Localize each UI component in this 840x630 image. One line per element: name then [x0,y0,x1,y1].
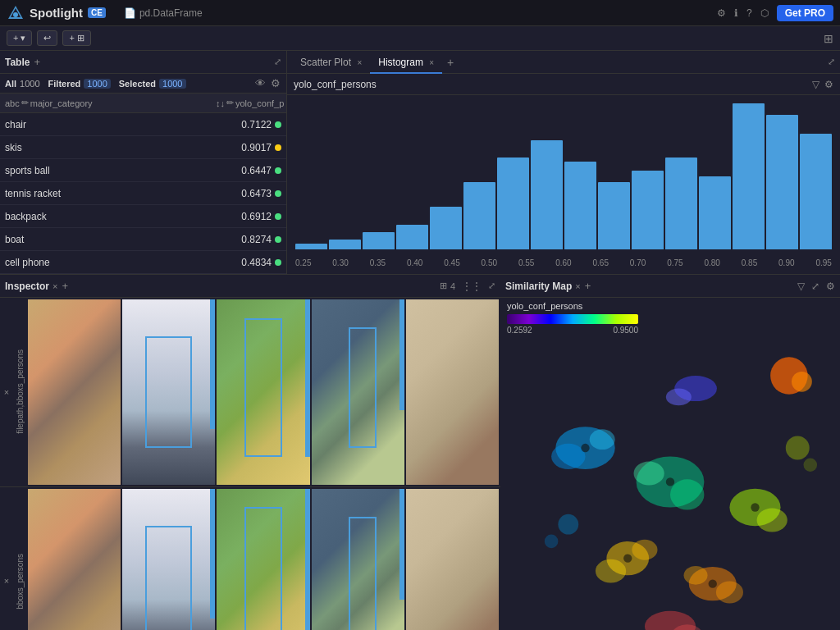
svg-point-29 [751,503,759,511]
settings-sim-icon[interactable]: ⚙ [826,281,835,292]
img-cell[interactable] [217,489,309,630]
img-cell[interactable] [312,299,404,485]
count-label: 4 [450,281,455,291]
scatter-map[interactable] [500,336,840,630]
cell-category: skis [5,142,209,153]
row1-close[interactable]: × [0,298,13,486]
table-row[interactable]: cell phone 0.4834 [0,251,286,274]
info-icon[interactable]: ℹ [734,7,738,19]
filter-button[interactable]: + ▾ [7,30,32,46]
header: Spotlight CE 📄 pd.DataFrame ⚙ ℹ ? ⬡ Get … [0,0,840,26]
img-cell[interactable] [122,489,215,630]
undo-button[interactable]: ↩ [37,30,57,46]
add-chart-tab[interactable]: + [442,56,459,69]
cell-category: sports ball [5,165,209,176]
colorbar-min: 0.2592 [507,326,532,335]
inspector-title-row: Inspector × + [5,279,69,293]
inspector-panel-header: Inspector × + ⊞ 4 ⋮⋮ ⤢ [0,275,500,298]
table-row[interactable]: skis 0.9017 [0,136,286,159]
svg-point-4 [792,372,812,392]
settings-icon[interactable]: ⚙ [717,7,726,19]
status-dot [275,121,281,128]
expand-icon[interactable]: ⤢ [274,57,281,67]
cell-category: backpack [5,211,209,222]
img-cell[interactable] [312,489,404,630]
status-dot [275,213,281,220]
svg-point-9 [590,429,615,450]
svg-point-26 [803,458,817,472]
svg-point-24 [545,535,559,549]
x-axis-label: 0.75 [667,258,682,267]
fullscreen-sim-icon[interactable]: ⤢ [811,281,819,292]
similarity-panel: Similarity Map × + ▽ ⤢ ⚙ yolo_conf_perso… [500,275,840,630]
inspector-title: Inspector [5,281,49,292]
x-axis-label: 0.70 [630,258,646,267]
add-similarity[interactable]: + [584,279,592,293]
table-row[interactable]: sports ball 0.6447 [0,159,286,182]
table-row[interactable]: backpack 0.6912 [0,205,286,228]
dots-icon[interactable]: ⋮⋮ [462,281,482,292]
close-histogram-tab[interactable]: × [429,58,434,67]
hist-bar [329,240,361,249]
row2-close[interactable]: × [0,487,13,630]
table-panel: Table + ⤢ All 1000 Filtered 1000 Selecte… [0,51,287,274]
tab-histogram[interactable]: Histogram × [370,51,442,74]
img-cell[interactable] [122,299,215,485]
cell-conf: 0.9017 [209,142,275,153]
filter-sim-icon[interactable]: ▽ [797,281,805,292]
filtered-label: Filtered [48,79,81,89]
eye-icon[interactable]: 👁 [254,76,267,90]
edit-conf-icon[interactable]: ✏ [226,98,234,108]
expand-inspector[interactable]: ⤢ [488,281,495,291]
table-add-icon[interactable]: + [33,55,41,69]
img-cell[interactable] [28,299,121,485]
colorbar-max: 0.9500 [613,326,638,335]
table-settings-icon[interactable]: ⚙ [270,76,281,90]
hist-bar [665,158,697,249]
close-scatter-tab[interactable]: × [357,58,362,67]
img-cell[interactable] [217,299,309,485]
all-count: 1000 [20,79,39,89]
sort-icon[interactable]: ↕↓ [216,98,225,108]
expand-chart-icon[interactable]: ⤢ [828,57,835,67]
edit-icon[interactable]: ✏ [21,98,29,108]
chart-area: Scatter Plot × Histogram × + ⤢ yolo_conf… [287,51,840,274]
help-icon[interactable]: ? [746,7,752,19]
grid-layout-icon[interactable]: ⊞ [824,32,833,45]
add-inspector[interactable]: + [61,279,69,293]
histogram-x-axis: 0.250.300.350.400.450.500.550.600.650.70… [295,258,832,267]
close-similarity[interactable]: × [575,281,580,291]
table-row[interactable]: chair 0.7122 [0,113,286,136]
cell-conf: 0.6447 [209,165,275,176]
histogram-title: yolo_conf_persons [294,79,377,90]
svg-point-19 [716,582,743,604]
hist-bar [632,171,664,249]
svg-point-23 [558,514,578,535]
img-cell[interactable] [28,489,121,630]
app-title: Spotlight [30,6,83,20]
cell-conf: 0.8274 [209,234,275,245]
x-axis-label: 0.25 [295,258,311,267]
hist-bar [564,162,596,249]
hist-bar [497,158,529,249]
filter-hist-icon[interactable]: ▽ [812,79,819,90]
hist-bar [396,225,428,249]
table-row[interactable]: boat 0.8274 [0,228,286,251]
table-body: chair 0.7122 skis 0.9017 sports ball 0.6… [0,113,286,274]
table-row[interactable]: tennis racket 0.6473 [0,182,286,205]
grid-icon: ⊞ [440,281,447,291]
colorbar-labels: 0.2592 0.9500 [507,326,638,335]
settings-hist-icon[interactable]: ⚙ [824,79,833,90]
toolbar: + ▾ ↩ + ⊞ ⊞ [0,26,840,51]
row2-label: bboxs_persons [13,487,26,630]
close-inspector[interactable]: × [52,281,57,291]
svg-point-28 [666,477,674,486]
add-widget-button[interactable]: + ⊞ [62,30,90,46]
chart-tabs: Scatter Plot × Histogram × + ⤢ [287,51,840,74]
histogram-content: yolo_conf_persons ▽ ⚙ 0.250.300.350.400.… [287,74,840,274]
tab-scatter-plot[interactable]: Scatter Plot × [292,51,370,74]
get-pro-button[interactable]: Get PRO [777,5,833,21]
img-cell[interactable] [406,489,499,630]
img-cell[interactable] [406,299,499,485]
github-icon[interactable]: ⬡ [760,7,769,19]
